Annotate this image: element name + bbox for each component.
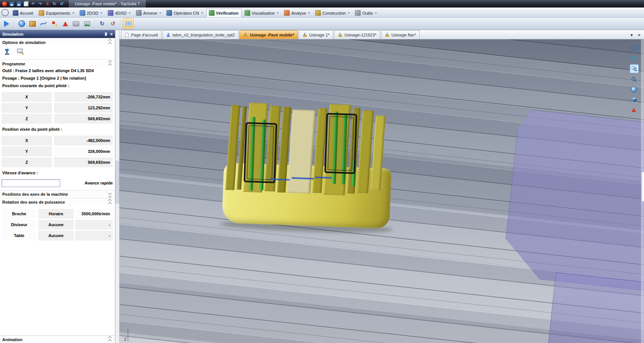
iso-view-button[interactable] bbox=[630, 95, 638, 104]
section-programme[interactable]: Programme bbox=[0, 59, 115, 67]
collision-cone-icon bbox=[63, 21, 68, 26]
viewport-3d[interactable]: Z bbox=[119, 39, 644, 343]
zoom-button[interactable] bbox=[630, 75, 638, 83]
section-machine-axes[interactable]: Positions des axes de la machine bbox=[0, 190, 115, 198]
play-icon bbox=[4, 21, 9, 27]
ribbon-tab-annexe[interactable]: Annexe ▾ bbox=[134, 9, 163, 17]
save-icon[interactable] bbox=[9, 1, 15, 7]
posage-description: Posage : Posage 1 [Origine 2 | No rotati… bbox=[0, 75, 115, 82]
page-icon bbox=[125, 32, 129, 37]
zoom-window-button[interactable] bbox=[630, 64, 639, 73]
close-document-icon[interactable]: × bbox=[636, 32, 642, 38]
section-rotation-axes[interactable]: Rotation des axes de puissance bbox=[0, 198, 115, 206]
ribbon-tab-accueil[interactable]: Accueil bbox=[11, 9, 36, 17]
collision-check-button[interactable] bbox=[60, 19, 70, 29]
ribbon-tab-verification[interactable]: Vérification bbox=[206, 9, 242, 17]
viewport-scrollbar-thumb[interactable] bbox=[641, 172, 644, 202]
verification-icon bbox=[209, 10, 215, 16]
machine-icon bbox=[4, 48, 12, 56]
ribbon-tab-operation-cn[interactable]: Opération CN ▾ bbox=[164, 9, 205, 17]
collapse-chevron-icon[interactable] bbox=[109, 199, 111, 205]
visualisation-icon bbox=[245, 10, 250, 16]
axis-label-z: Z bbox=[2, 114, 52, 124]
target-position-label: Position visée du point piloté : bbox=[0, 126, 115, 133]
collapse-chevron-icon[interactable] bbox=[109, 337, 111, 342]
chevron-down-icon[interactable]: ▾ bbox=[348, 11, 349, 15]
reset-view-button[interactable]: ↺ bbox=[108, 19, 118, 29]
ribbon-tab-4d5d[interactable]: 4D/5D ▾ bbox=[106, 9, 133, 17]
simulation-panel-toggle[interactable] bbox=[123, 18, 134, 29]
tool-holder-button[interactable] bbox=[49, 19, 59, 29]
stock-display-button[interactable] bbox=[27, 19, 38, 29]
simulation-panel-header[interactable]: Simulation × bbox=[0, 30, 115, 38]
axis-label-x: X bbox=[2, 92, 52, 102]
chevron-down-icon[interactable]: ▾ bbox=[308, 11, 310, 15]
tab-list-menu-icon[interactable]: ▾ bbox=[628, 32, 635, 38]
ribbon-tab-visualisation[interactable]: Visualisation ▾ bbox=[242, 9, 281, 17]
doc-tab-usinage-1[interactable]: Usinage 1* bbox=[299, 30, 333, 39]
fit-view-button[interactable] bbox=[630, 44, 638, 52]
panel-scrollbar-thumb[interactable] bbox=[116, 161, 119, 204]
redline-icon[interactable]: A bbox=[44, 1, 50, 7]
shaded-view-button[interactable] bbox=[630, 85, 638, 94]
ribbon-home-orb-icon[interactable] bbox=[2, 9, 9, 16]
refresh-icon-small[interactable]: ↻ bbox=[51, 1, 57, 7]
doc-tab-page-accueil[interactable]: Page d'accueil bbox=[121, 30, 162, 39]
copy-icon[interactable] bbox=[23, 1, 29, 7]
axis-value-y: 123,292mm bbox=[54, 103, 113, 113]
chevron-down-icon[interactable]: ▾ bbox=[129, 11, 130, 15]
expand-chevron-icon[interactable] bbox=[109, 192, 111, 197]
machined-part-button[interactable] bbox=[71, 19, 81, 29]
doc-tab-usinage-flan[interactable]: Usinage flan* bbox=[381, 30, 420, 39]
rotation-name: Table bbox=[2, 231, 37, 240]
ribbon-tab-equipements[interactable]: Équipements ▾ bbox=[36, 9, 76, 17]
play-simulation-button[interactable] bbox=[2, 19, 12, 29]
world-view-button[interactable] bbox=[17, 19, 27, 29]
chevron-down-icon[interactable]: ▾ bbox=[201, 11, 203, 15]
snapshot-button[interactable] bbox=[82, 19, 92, 29]
doc-tab-usinage-pave-mobile[interactable]: Usinage -Pavé mobile* bbox=[239, 30, 298, 39]
machining-icon bbox=[302, 33, 307, 37]
redo-icon[interactable]: ↷ bbox=[37, 1, 43, 7]
tool-display-button[interactable] bbox=[630, 106, 638, 114]
section-options-simulation[interactable]: Options de simulation bbox=[0, 38, 115, 46]
viewport-scrollbar[interactable] bbox=[641, 39, 644, 343]
script-icon[interactable]: ↺ bbox=[59, 1, 65, 7]
rotation-value: - bbox=[75, 220, 113, 230]
machine-simulation-button[interactable] bbox=[3, 47, 13, 56]
axis-z-line bbox=[128, 329, 128, 341]
ribbon-tab-analyse[interactable]: Analyse ▾ bbox=[282, 9, 312, 17]
chevron-down-icon[interactable]: ▾ bbox=[101, 11, 102, 15]
ribbon-tab-label: Outils bbox=[362, 11, 373, 15]
section-animation[interactable]: Animation bbox=[0, 335, 115, 343]
pin-icon[interactable] bbox=[103, 32, 108, 36]
ribbon-tab-label: Visualisation bbox=[252, 11, 275, 15]
chevron-down-icon[interactable]: ▾ bbox=[277, 11, 278, 15]
axis-label-y: Y bbox=[2, 147, 52, 156]
machined-part[interactable] bbox=[224, 99, 396, 231]
construction-icon bbox=[315, 10, 321, 16]
2d3d-icon bbox=[80, 10, 85, 16]
app-logo-icon[interactable] bbox=[2, 1, 8, 7]
doc-tab-talon[interactable]: talon_n2_triangulation_boite_opt2 bbox=[162, 30, 239, 39]
toolpath-display-button[interactable] bbox=[38, 19, 48, 29]
ribbon-tab-outils[interactable]: Outils ▾ bbox=[353, 9, 379, 17]
ribbon-tab-construction[interactable]: Construction ▾ bbox=[313, 9, 352, 17]
chevron-down-icon[interactable]: ▾ bbox=[375, 11, 376, 15]
ribbon-tab-2d3d[interactable]: 2D/3D ▾ bbox=[77, 9, 105, 17]
chevron-down-icon[interactable]: ▾ bbox=[159, 11, 161, 15]
doc-tab-label: Usinage 1* bbox=[309, 33, 330, 37]
axis-indicator: Z bbox=[124, 329, 128, 341]
verification-screen-button[interactable] bbox=[16, 47, 26, 56]
doc-tab-usinage-121623[interactable]: Usinage-121623* bbox=[334, 30, 380, 39]
undo-icon[interactable]: ↶ bbox=[30, 1, 36, 7]
panel-scrollbar[interactable] bbox=[115, 30, 119, 343]
collapse-chevron-icon[interactable] bbox=[109, 61, 111, 66]
orbit-button[interactable] bbox=[630, 54, 638, 62]
close-icon[interactable]: × bbox=[110, 32, 113, 36]
collapse-chevron-icon[interactable] bbox=[109, 39, 111, 45]
refresh-view-button[interactable]: ↻ bbox=[97, 19, 107, 29]
feedrate-input[interactable] bbox=[2, 179, 60, 187]
save-all-icon[interactable] bbox=[16, 1, 22, 7]
chevron-down-icon[interactable]: ▾ bbox=[73, 11, 74, 15]
